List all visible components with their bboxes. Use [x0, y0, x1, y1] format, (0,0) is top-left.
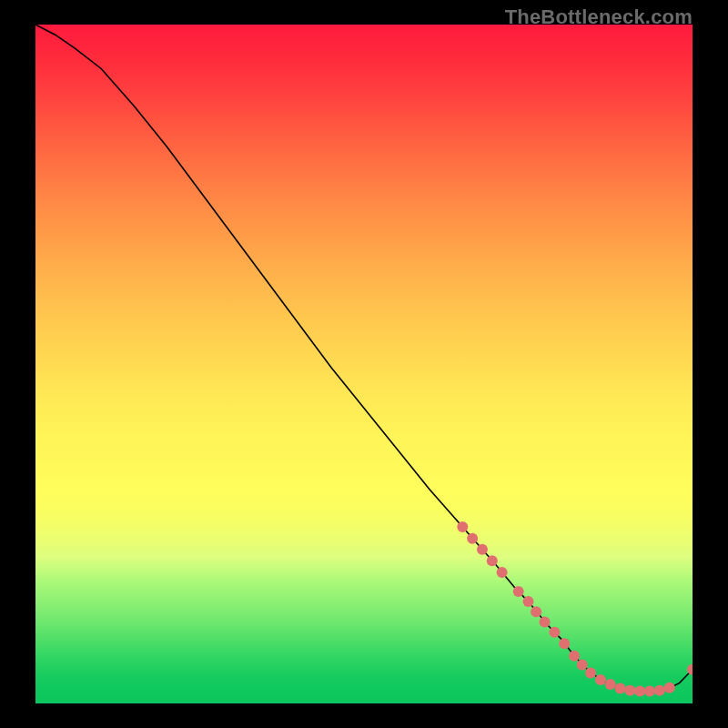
- data-marker: [585, 667, 596, 678]
- curve-svg: [35, 25, 693, 703]
- plot-area: [35, 25, 693, 703]
- data-marker: [523, 596, 534, 607]
- data-marker: [467, 533, 478, 544]
- data-marker: [559, 638, 570, 649]
- data-marker: [569, 651, 580, 662]
- data-marker: [654, 685, 665, 696]
- data-line: [35, 25, 693, 692]
- data-marker: [487, 555, 498, 566]
- chart-container: TheBottleneck.com: [0, 0, 728, 728]
- data-marker: [577, 659, 588, 670]
- data-marker: [664, 682, 675, 693]
- data-marker: [457, 521, 468, 532]
- data-marker: [540, 616, 551, 627]
- data-marker: [497, 567, 508, 578]
- data-marker: [531, 606, 541, 617]
- data-marker: [549, 627, 560, 638]
- data-marker: [513, 586, 524, 597]
- data-marker: [615, 683, 626, 694]
- data-marker: [644, 686, 655, 697]
- data-marker: [634, 686, 645, 697]
- data-marker: [624, 685, 635, 696]
- marker-group: [457, 521, 693, 697]
- data-marker: [595, 674, 606, 685]
- data-marker: [477, 544, 488, 555]
- data-marker: [605, 679, 616, 690]
